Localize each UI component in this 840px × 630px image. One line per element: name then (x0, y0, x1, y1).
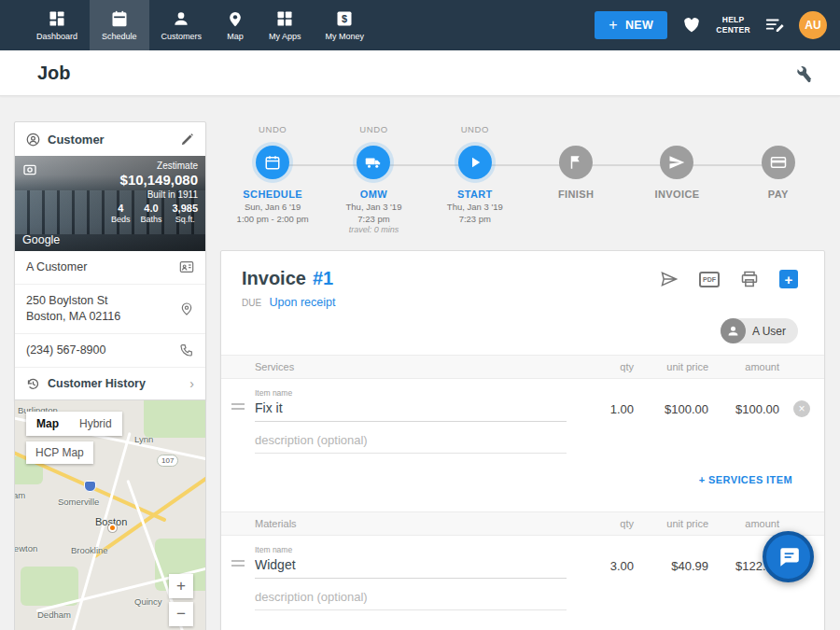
timeline-step-finish: FINISH (525, 124, 626, 234)
map-label: Quincy (134, 596, 162, 607)
job-tools-icon[interactable] (793, 63, 814, 83)
map-label: Waltham (14, 490, 25, 500)
services-header-row: Services qty unit price amount (221, 355, 824, 379)
nav-item-my-money[interactable]: $ My Money (314, 0, 377, 50)
nav-item-map[interactable]: Map (214, 0, 257, 50)
property-photo[interactable]: Zestimate $10,149,080 Built in 1911 4Bed… (15, 156, 205, 251)
service-description-input[interactable] (255, 429, 567, 454)
item-name-label: Item name (255, 388, 567, 398)
due-terms-link[interactable]: Upon receipt (270, 296, 336, 309)
phone-icon[interactable] (179, 343, 194, 357)
chat-fab-button[interactable] (763, 531, 814, 582)
job-location-marker[interactable] (108, 524, 117, 532)
edit-pencil-icon[interactable] (180, 133, 194, 147)
assignee-chip[interactable]: A User (721, 318, 798, 343)
undo-link[interactable]: UNDO (461, 124, 489, 141)
drag-handle-icon[interactable] (221, 545, 255, 567)
add-invoice-item-icon[interactable]: + (779, 270, 798, 288)
invoice-number[interactable]: #1 (313, 268, 333, 289)
play-icon (467, 154, 483, 171)
invoice-title-text: Invoice (242, 268, 306, 289)
service-item-qty[interactable]: 1.00 (567, 388, 634, 422)
material-item-unit-price[interactable]: $40.99 (634, 545, 708, 579)
customer-phone: (234) 567-8900 (26, 343, 179, 358)
chat-bubble-icon (777, 545, 801, 569)
send-invoice-icon[interactable] (660, 270, 679, 288)
customer-history-row[interactable]: Customer History › (15, 368, 205, 400)
history-icon (26, 377, 40, 391)
qty-column-header: qty (567, 361, 634, 372)
nav-item-schedule[interactable]: Schedule (90, 0, 149, 50)
money-icon: $ (335, 9, 354, 28)
location-pin-icon[interactable] (179, 301, 194, 316)
service-item-name-input[interactable] (255, 398, 567, 422)
apps-grid-icon (275, 9, 294, 28)
plus-icon: + (609, 18, 618, 33)
map-label: Lynn (134, 434, 153, 444)
heart-icon[interactable] (681, 15, 702, 35)
map-type-hybrid-button[interactable]: Hybrid (69, 412, 122, 436)
invoice-header: Invoice #1 DUE Upon receipt PDF + (221, 251, 824, 310)
invoice-due: DUE Upon receipt (242, 293, 798, 310)
help-center-link[interactable]: HELP CENTER (716, 15, 750, 35)
customer-address-row: 250 Boylston St Boston, MA 02116 (15, 285, 205, 334)
amount-column-header: amount (708, 361, 779, 372)
map-zoom-controls: + − (169, 574, 193, 626)
remove-item-icon[interactable]: × (793, 400, 810, 417)
calendar-icon (264, 154, 281, 171)
drag-handle-icon[interactable] (221, 388, 255, 410)
invoice-card: Invoice #1 DUE Upon receipt PDF + A User… (220, 250, 825, 630)
add-service-row: + SERVICES ITEM (221, 455, 824, 498)
amount-column-header: amount (708, 518, 779, 529)
user-avatar[interactable]: AU (799, 11, 827, 39)
timeline-step-invoice: INVOICE (626, 124, 727, 234)
finish-step-button[interactable] (559, 146, 593, 179)
omw-step-button[interactable] (357, 146, 390, 179)
travel-note: travel: 0 mins (349, 225, 399, 234)
map-type-map-button[interactable]: Map (26, 412, 69, 436)
nav-item-customers[interactable]: Customers (149, 0, 215, 50)
timeline-step-omw: UNDO OMW Thu, Jan 3 '19 7:23 pm travel: … (323, 124, 424, 234)
timeline-step-pay: PAY (728, 124, 829, 234)
service-item-amount: $100.00 (708, 388, 779, 422)
nav-item-my-apps[interactable]: My Apps (257, 0, 314, 50)
undo-link[interactable]: UNDO (359, 124, 387, 141)
google-watermark: Google (22, 233, 60, 246)
customer-icon (26, 133, 40, 147)
nav-label: Customers (161, 32, 203, 41)
schedule-step-button[interactable] (256, 146, 289, 179)
add-material-row: + MATERIALS ITEM (221, 612, 824, 630)
invoice-step-button[interactable] (660, 146, 693, 179)
nav-item-dashboard[interactable]: Dashboard (24, 0, 90, 50)
assignee-name: A User (746, 325, 798, 338)
activity-feed-icon[interactable] (764, 15, 785, 35)
customers-icon (172, 9, 190, 28)
pdf-icon[interactable]: PDF (699, 272, 720, 287)
map-card[interactable]: Burlington Lynn Somerville Boston Brookl… (14, 399, 206, 630)
zoom-in-button[interactable]: + (169, 574, 193, 598)
map-park (144, 399, 206, 438)
zestimate-label: Zestimate (111, 161, 198, 171)
zoom-out-button[interactable]: − (169, 602, 193, 626)
send-icon (668, 154, 685, 171)
material-description-input[interactable] (255, 586, 567, 610)
dashboard-icon (48, 9, 66, 28)
undo-link[interactable]: UNDO (259, 124, 287, 141)
start-step-button[interactable] (458, 146, 492, 179)
hcp-map-button[interactable]: HCP Map (26, 441, 93, 464)
step-label: FINISH (558, 189, 594, 200)
contact-card-icon[interactable] (179, 259, 194, 274)
property-stats: 4Beds 4.0Baths 3,985Sq.ft. (111, 203, 198, 224)
pay-step-button[interactable] (762, 146, 795, 179)
stat-beds: 4Beds (111, 203, 131, 224)
material-item-qty[interactable]: 3.00 (567, 545, 634, 579)
print-icon[interactable] (740, 270, 759, 288)
street-view-icon (22, 162, 37, 177)
service-item-unit-price[interactable]: $100.00 (634, 388, 708, 422)
material-item-name-input[interactable] (255, 554, 567, 579)
help-center-line2: CENTER (716, 25, 750, 35)
add-services-item-link[interactable]: + SERVICES ITEM (699, 474, 792, 485)
new-button[interactable]: +NEW (595, 11, 667, 39)
flag-icon (567, 154, 584, 171)
step-date: Thu, Jan 3 '19 (447, 202, 503, 212)
